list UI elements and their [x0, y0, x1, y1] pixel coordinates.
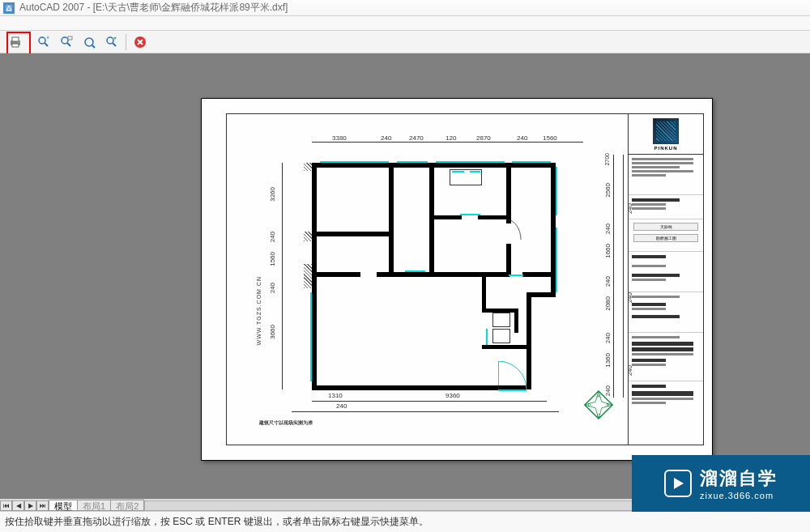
svg-rect-2 [12, 37, 19, 41]
dim-text: 1360 [604, 353, 612, 368]
dim-text: 240 [626, 203, 633, 214]
play-icon [664, 470, 692, 497]
watermark: 溜溜自学 zixue.3d66.com [632, 455, 810, 512]
dim-text: 240 [604, 276, 612, 287]
svg-text:C: C [597, 413, 600, 418]
tb-field: 天际线 [633, 223, 698, 231]
dim-text: 240 [381, 134, 391, 142]
dim-text: 1660 [604, 244, 612, 258]
side-url: WWW.TGZS.COM.CN [256, 276, 262, 345]
zoom-realtime-button[interactable]: + [35, 33, 53, 51]
floorplan: 3380 240 2470 120 2870 240 1560 3260 240… [300, 163, 599, 430]
tab-layout1[interactable]: 布局1 [77, 500, 111, 511]
svg-text:B: B [607, 402, 610, 407]
dim-text: 2700 [604, 153, 610, 166]
svg-point-8 [62, 37, 68, 44]
toolbar-separator [29, 34, 30, 50]
svg-point-13 [107, 37, 113, 44]
zoom-extents-button[interactable] [80, 33, 98, 51]
svg-rect-10 [68, 36, 72, 40]
logo-text: PINKUN [654, 146, 677, 151]
dim-text: 240 [604, 223, 612, 234]
dim-text: 9360 [446, 392, 460, 399]
dim-text: 2080 [604, 296, 612, 311]
tab-prev-button[interactable]: ◀ [12, 500, 24, 511]
toolbar: + [0, 31, 810, 53]
print-button[interactable] [6, 33, 24, 51]
dim-text: 2870 [476, 134, 491, 142]
dim-text: 240 [626, 292, 633, 303]
dim-text: 240 [517, 134, 527, 142]
dim-text: 2470 [409, 134, 424, 142]
svg-point-11 [85, 38, 93, 46]
dim-text: 2560 [604, 183, 612, 198]
tab-layout2[interactable]: 布局2 [110, 500, 144, 511]
dim-text: 1310 [328, 392, 343, 399]
titlebar: AutoCAD 2007 - [E:\天古\曹老师\金辉融侨城花样派89平米.d… [0, 0, 810, 16]
dim-text: 240 [604, 333, 612, 343]
toolbar-separator [126, 34, 126, 50]
logo-box: PINKUN [629, 114, 703, 155]
svg-line-9 [67, 43, 70, 46]
tab-next-button[interactable]: ▶ [24, 500, 36, 511]
tab-first-button[interactable]: ⏮ [0, 500, 12, 511]
dim-text: 3380 [332, 134, 347, 142]
tab-model[interactable]: 模型 [49, 500, 78, 511]
dim-text: 120 [446, 134, 456, 142]
title-block: PINKUN 天际线 勘察施工图 [628, 114, 703, 445]
dim-text: 1560 [543, 134, 557, 142]
app-icon [3, 2, 15, 14]
dim-text: 1560 [269, 252, 276, 266]
menubar [0, 16, 810, 31]
dim-text: 240 [336, 402, 347, 410]
svg-text:+: + [46, 35, 49, 40]
dim-text: 240 [269, 232, 276, 242]
dim-text: 240 [269, 283, 276, 293]
svg-point-5 [39, 37, 45, 44]
svg-text:D: D [588, 402, 591, 407]
svg-line-6 [45, 43, 48, 46]
svg-text:A: A [597, 394, 600, 398]
logo-image [653, 118, 679, 144]
app-title: AutoCAD 2007 - [E:\天古\曹老师\金辉融侨城花样派89平米.d… [19, 1, 288, 15]
status-hint: 按住拾取键并垂直拖动以进行缩放，按 ESC 或 ENTER 键退出，或者单击鼠标… [5, 515, 428, 529]
watermark-title: 溜溜自学 [700, 466, 778, 491]
zoom-window-button[interactable] [58, 33, 75, 51]
footer-note: 建筑尺寸以现场实测为准 [259, 419, 313, 427]
tb-field: 勘察施工图 [633, 234, 698, 242]
drawing-paper: PINKUN 天际线 勘察施工图 [201, 98, 713, 461]
dim-text: 3660 [269, 325, 276, 339]
svg-rect-3 [12, 44, 19, 47]
drawing-frame: PINKUN 天际线 勘察施工图 [226, 113, 704, 445]
dim-text: 240 [626, 365, 633, 376]
close-preview-button[interactable] [131, 33, 149, 51]
compass-icon: A B C D [583, 389, 614, 420]
dim-text: 3260 [269, 187, 276, 202]
svg-line-14 [113, 43, 116, 46]
svg-line-12 [92, 45, 95, 48]
statusbar: 按住拾取键并垂直拖动以进行缩放，按 ESC 或 ENTER 键退出，或者单击鼠标… [0, 511, 810, 532]
workspace[interactable]: PINKUN 天际线 勘察施工图 [0, 53, 810, 499]
zoom-previous-button[interactable] [103, 33, 121, 51]
tab-last-button[interactable]: ⏭ [36, 500, 49, 511]
watermark-url: zixue.3d66.com [700, 491, 778, 500]
svg-point-4 [18, 41, 19, 43]
svg-marker-25 [674, 478, 684, 489]
